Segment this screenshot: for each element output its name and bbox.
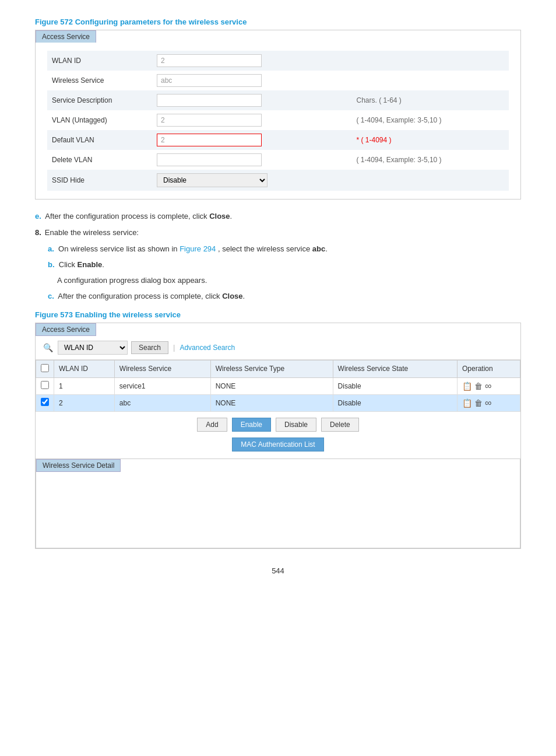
row-state-1: Disable	[333, 394, 457, 411]
field-label-6: SSID Hide	[47, 170, 152, 191]
row-service-1: abc	[114, 394, 210, 411]
field-input-1[interactable]	[157, 74, 262, 87]
link-icon-0[interactable]: ∞	[485, 381, 491, 391]
row-wlanid-0: 1	[54, 377, 115, 394]
select-all-checkbox[interactable]	[41, 364, 49, 372]
row-operation-0: 📋 🗑 ∞	[457, 377, 520, 394]
search-button[interactable]: Search	[131, 341, 168, 354]
search-bar: 🔍 WLAN ID Search | Advanced Search	[36, 336, 520, 360]
trash-icon-0[interactable]: 🗑	[474, 382, 483, 391]
disable-button[interactable]: Disable	[276, 418, 316, 432]
step-e-text: After the configuration process is compl…	[45, 212, 207, 220]
col-header-3: Wireless Service State	[333, 360, 457, 377]
step-e-close: Close	[209, 212, 230, 220]
field-select-6[interactable]: Disable	[157, 173, 268, 187]
table-header: WLAN IDWireless ServiceWireless Service …	[36, 360, 520, 377]
field-input-cell-0	[152, 51, 352, 71]
field-input-4[interactable]	[157, 134, 262, 146]
field-input-cell-1	[152, 71, 352, 90]
field-hint-2: Chars. ( 1-64 )	[352, 90, 509, 110]
field-hint-3: ( 1-4094, Example: 3-5,10 )	[352, 110, 509, 130]
step-8b-text: Click	[59, 260, 75, 269]
copy-icon-1[interactable]: 📋	[462, 398, 472, 408]
panel-2: Access Service 🔍 WLAN ID Search | Advanc…	[35, 323, 521, 549]
field-input-5[interactable]	[157, 153, 262, 166]
panel-1-tab: Access Service	[36, 30, 96, 43]
trash-icon-1[interactable]: 🗑	[474, 398, 483, 408]
field-label-2: Service Description	[47, 90, 152, 110]
field-label-3: VLAN (Untagged)	[47, 110, 152, 130]
row-checkbox-1	[36, 394, 54, 411]
figure-573-title: Figure 573 Enabling the wireless service	[35, 310, 521, 319]
step-8a-abc: abc	[312, 244, 325, 253]
col-header-4: Operation	[457, 360, 520, 377]
step-8b-enable: Enable	[78, 260, 103, 269]
step-8c-close: Close	[222, 292, 242, 300]
search-icon: 🔍	[41, 341, 54, 354]
step-8c-letter: c.	[48, 292, 54, 300]
row-type-1: NONE	[210, 394, 333, 411]
field-label-1: Wireless Service	[47, 71, 152, 90]
step-8a-rest: , select the wireless service	[218, 244, 310, 253]
row-operation-1: 📋 🗑 ∞	[457, 394, 520, 411]
pipe-separator: |	[173, 343, 175, 352]
instructions: e. After the configuration process is co…	[35, 210, 521, 303]
field-input-cell-2	[152, 90, 352, 110]
field-label-5: Delete VLAN	[47, 150, 152, 170]
row-state-0: Disable	[333, 377, 457, 394]
mac-auth-list-button[interactable]: MAC Authentication List	[232, 438, 323, 452]
row-checkbox-0	[36, 377, 54, 394]
detail-body	[36, 472, 520, 548]
row-check-1[interactable]	[41, 398, 49, 406]
step-8a-text: On wireless service list as shown in	[58, 244, 177, 253]
figure-572-title: Figure 572 Configuring parameters for th…	[35, 18, 521, 26]
row-check-0[interactable]	[41, 381, 49, 389]
figure-294-link[interactable]: Figure 294	[180, 244, 216, 253]
add-button[interactable]: Add	[197, 418, 227, 432]
row-service-0: service1	[114, 377, 210, 394]
step-8-label: Enable the wireless service:	[45, 226, 139, 239]
col-header-2: Wireless Service Type	[210, 360, 333, 377]
wlanid-dropdown[interactable]: WLAN ID	[58, 341, 128, 355]
wireless-service-detail-panel: Wireless Service Detail	[36, 459, 520, 548]
field-hint-5: ( 1-4094, Example: 3-5,10 )	[352, 150, 509, 170]
field-hint-1	[352, 71, 509, 90]
form-table-1: WLAN ID Wireless Service Service Descrip…	[47, 51, 509, 191]
field-input-cell-5	[152, 150, 352, 170]
detail-tab: Wireless Service Detail	[36, 459, 121, 472]
col-header-1: Wireless Service	[114, 360, 210, 377]
row-type-0: NONE	[210, 377, 333, 394]
field-hint-6	[352, 170, 509, 191]
field-input-0[interactable]	[157, 54, 262, 67]
copy-icon-0[interactable]: 📋	[462, 382, 472, 391]
step-8c-text: After the configuration process is compl…	[58, 292, 220, 300]
table-row: 1 service1 NONE Disable 📋 🗑 ∞	[36, 377, 520, 394]
panel-2-tab: Access Service	[36, 323, 96, 336]
step-e-letter: e.	[35, 212, 41, 220]
field-input-cell-3	[152, 110, 352, 130]
service-table: WLAN IDWireless ServiceWireless Service …	[36, 360, 520, 412]
col-header-0: WLAN ID	[54, 360, 115, 377]
field-input-2[interactable]	[157, 94, 262, 107]
action-bar: Add Enable Disable Delete	[36, 412, 520, 438]
delete-button[interactable]: Delete	[321, 418, 359, 432]
field-label-0: WLAN ID	[47, 51, 152, 71]
advanced-search-link[interactable]: Advanced Search	[180, 344, 235, 352]
field-input-cell-4	[152, 130, 352, 150]
col-header-checkbox	[36, 360, 54, 377]
field-input-cell-6: Disable	[152, 170, 352, 191]
field-input-3[interactable]	[157, 114, 262, 127]
page-number: 544	[35, 566, 521, 575]
step-8b-desc: A configuration progress dialog box appe…	[57, 276, 207, 285]
field-label-4: Default VLAN	[47, 130, 152, 150]
field-hint-4: * ( 1-4094 )	[352, 130, 509, 150]
enable-button[interactable]: Enable	[232, 418, 271, 432]
row-wlanid-1: 2	[54, 394, 115, 411]
link-icon-1[interactable]: ∞	[485, 398, 491, 408]
table-row: 2 abc NONE Disable 📋 🗑 ∞	[36, 394, 520, 411]
field-hint-0	[352, 51, 509, 71]
step-8b-letter: b.	[48, 260, 55, 269]
step-8-num: 8.	[35, 226, 41, 239]
step-8a-letter: a.	[48, 244, 54, 253]
panel-1: Access Service WLAN ID Wireless Service …	[35, 30, 521, 200]
